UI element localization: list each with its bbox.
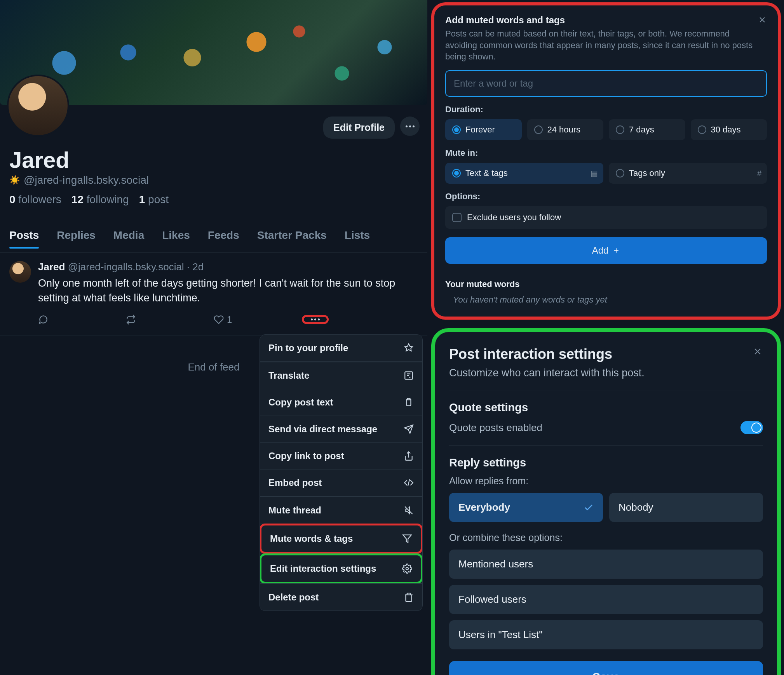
heart-icon <box>214 315 224 325</box>
menu-copy-text[interactable]: Copy post text <box>260 389 422 416</box>
menu-edit-interaction[interactable]: Edit interaction settings <box>261 555 421 582</box>
mute-panel-title: Add muted words and tags <box>445 15 758 26</box>
post-more-button[interactable] <box>302 315 329 324</box>
allow-replies-label: Allow replies from: <box>449 475 763 487</box>
like-count: 1 <box>227 314 232 325</box>
interaction-title: Post interaction settings <box>449 346 645 362</box>
close-icon <box>752 346 763 357</box>
menu-mute-thread[interactable]: Mute thread <box>260 496 422 524</box>
interaction-settings-panel: Post interaction settings Customize who … <box>431 328 781 675</box>
mute-icon <box>404 505 414 515</box>
add-button[interactable]: Add <box>445 237 767 264</box>
quote-settings-heading: Quote settings <box>449 401 763 414</box>
tab-media[interactable]: Media <box>113 229 144 242</box>
text-icon: ▤ <box>591 169 598 178</box>
your-muted-label: Your muted words <box>445 279 767 289</box>
tab-likes[interactable]: Likes <box>162 229 190 242</box>
menu-translate[interactable]: Translate <box>260 362 422 389</box>
checkbox-icon <box>452 213 462 222</box>
translate-icon <box>404 371 414 381</box>
reply-test-list[interactable]: Users in "Test List" <box>449 620 763 649</box>
duration-24h[interactable]: 24 hours <box>527 119 604 140</box>
post-time: 2d <box>192 261 204 273</box>
hash-icon: # <box>757 169 761 178</box>
close-button[interactable] <box>758 15 767 27</box>
combine-label: Or combine these options: <box>449 532 763 543</box>
reply-settings-heading: Reply settings <box>449 456 763 469</box>
duration-label: Duration: <box>445 104 767 115</box>
quote-enabled-label: Quote posts enabled <box>449 422 542 434</box>
check-icon <box>584 503 594 513</box>
plus-icon <box>612 247 620 254</box>
clipboard-icon <box>404 397 414 407</box>
reply-followed[interactable]: Followed users <box>449 585 763 614</box>
tab-posts[interactable]: Posts <box>9 229 39 242</box>
more-icon <box>406 125 415 127</box>
mute-words-panel: Add muted words and tags Posts can be mu… <box>431 2 781 320</box>
posts-stat[interactable]: 1 post <box>139 193 169 206</box>
mutein-text-tags[interactable]: Text & tags▤ <box>445 163 603 184</box>
mute-word-input[interactable] <box>445 70 767 97</box>
close-button[interactable] <box>752 346 763 360</box>
exclude-follow-checkbox[interactable]: Exclude users you follow <box>445 206 767 229</box>
svg-point-2 <box>406 567 409 570</box>
profile-tabs: Posts Replies Media Likes Feeds Starter … <box>9 229 370 242</box>
sun-icon: ☀️ <box>9 175 20 185</box>
reply-button[interactable] <box>38 315 48 325</box>
mutein-label: Mute in: <box>445 148 767 158</box>
gear-icon <box>402 564 412 574</box>
tab-feeds[interactable]: Feeds <box>208 229 239 242</box>
menu-send-dm[interactable]: Send via direct message <box>260 416 422 443</box>
menu-mute-words[interactable]: Mute words & tags <box>261 525 421 552</box>
reply-everybody[interactable]: Everybody <box>449 493 603 522</box>
save-button[interactable]: Save <box>449 661 763 675</box>
muted-empty-text: You haven't muted any words or tags yet <box>445 295 767 305</box>
reply-icon <box>38 315 48 325</box>
menu-pin[interactable]: Pin to your profile <box>260 335 422 362</box>
mute-panel-description: Posts can be muted based on their text, … <box>445 28 758 63</box>
post-author-handle[interactable]: @jared-ingalls.bsky.social <box>68 261 184 273</box>
menu-embed[interactable]: Embed post <box>260 470 422 496</box>
reply-mentioned[interactable]: Mentioned users <box>449 550 763 579</box>
display-name: Jared <box>9 147 70 173</box>
code-icon <box>404 478 414 488</box>
handle: @jared-ingalls.bsky.social <box>24 174 149 186</box>
like-button[interactable]: 1 <box>214 314 232 325</box>
profile-more-button[interactable] <box>400 117 420 136</box>
share-icon <box>404 451 414 461</box>
duration-forever[interactable]: Forever <box>445 119 522 140</box>
close-icon <box>758 15 767 24</box>
duration-30d[interactable]: 30 days <box>691 119 767 140</box>
options-label: Options: <box>445 191 767 202</box>
filter-icon <box>402 534 412 544</box>
followers-stat[interactable]: 0 followers <box>9 193 61 206</box>
menu-delete[interactable]: Delete post <box>260 583 422 611</box>
following-stat[interactable]: 12 following <box>71 193 129 206</box>
repost-icon <box>126 315 136 325</box>
send-icon <box>404 424 414 434</box>
post-avatar[interactable] <box>9 261 31 283</box>
post[interactable]: Jared @jared-ingalls.bsky.social · 2d On… <box>9 261 421 325</box>
quote-toggle[interactable] <box>740 421 763 434</box>
tab-lists[interactable]: Lists <box>345 229 370 242</box>
duration-7d[interactable]: 7 days <box>609 119 685 140</box>
tab-replies[interactable]: Replies <box>57 229 96 242</box>
post-text: Only one month left of the days getting … <box>38 276 421 306</box>
repost-button[interactable] <box>126 315 136 325</box>
menu-copy-link[interactable]: Copy link to post <box>260 443 422 470</box>
more-icon <box>311 318 320 320</box>
reply-nobody[interactable]: Nobody <box>609 493 763 522</box>
post-author-name[interactable]: Jared <box>38 261 65 273</box>
tab-starter-packs[interactable]: Starter Packs <box>257 229 327 242</box>
pin-icon <box>404 343 414 353</box>
post-context-menu: Pin to your profile Translate Copy post … <box>260 334 423 611</box>
interaction-subtitle: Customize who can interact with this pos… <box>449 367 645 379</box>
avatar[interactable] <box>7 75 69 137</box>
trash-icon <box>404 592 414 602</box>
mutein-tags-only[interactable]: Tags only# <box>609 163 767 184</box>
edit-profile-button[interactable]: Edit Profile <box>323 117 395 139</box>
